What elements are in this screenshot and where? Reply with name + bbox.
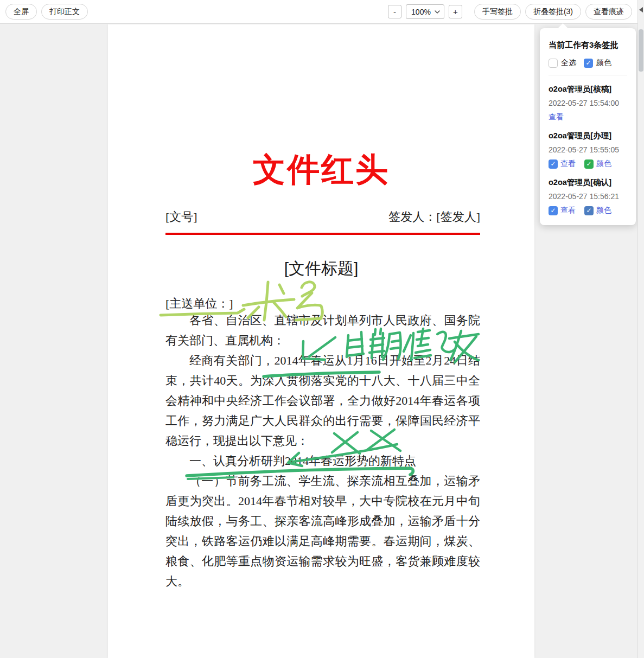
vertical-scrollbar[interactable]: [637, 0, 644, 658]
zoom-level-value: 100%: [411, 8, 431, 16]
fullscreen-button[interactable]: 全屏: [5, 4, 37, 20]
view-traces-button[interactable]: 查看痕迹: [585, 4, 632, 20]
color-checkbox[interactable]: ✓: [584, 59, 593, 68]
print-body-button[interactable]: 打印正文: [41, 4, 88, 20]
paragraph: 经商有关部门，2014年春运从1月16日开始至2月24日结束，共计40天。为深入…: [165, 350, 480, 451]
approval-time: 2022-05-27 15:56:21: [549, 192, 627, 201]
approval-entry: o2oa管理员[办理] 2022-05-27 15:55:05 ✓ 查看 ✓ 颜…: [549, 131, 627, 169]
color-link[interactable]: 颜色: [596, 159, 611, 169]
chevron-down-icon: [435, 10, 440, 14]
view-link[interactable]: 查看: [560, 159, 576, 169]
scrollbar-arrow-icon[interactable]: [639, 7, 643, 12]
view-link[interactable]: 查看: [549, 112, 564, 122]
color-checkbox[interactable]: ✓: [584, 206, 594, 215]
color-checkbox[interactable]: ✓: [584, 159, 594, 169]
approval-time: 2022-05-27 15:54:00: [549, 99, 627, 107]
panel-filter-row: 全选 ✓ 颜色: [549, 58, 627, 75]
zoom-in-button[interactable]: +: [449, 5, 462, 18]
approvals-panel: 当前工作有3条签批 全选 ✓ 颜色 o2oa管理员[核稿] 2022-05-27…: [540, 28, 636, 225]
document-red-header: 文件红头: [108, 148, 534, 192]
toolbar: 全屏 打印正文 - 100% + 手写签批 折叠签批(3) 查看痕迹: [0, 0, 644, 24]
collapse-approvals-button[interactable]: 折叠签批(3): [525, 4, 581, 20]
view-link[interactable]: 查看: [560, 206, 576, 215]
color-link[interactable]: 颜色: [596, 206, 611, 215]
toolbar-right-group: - 100% + 手写签批 折叠签批(3) 查看痕迹: [388, 4, 632, 20]
issuer-field: 签发人：[签发人]: [388, 209, 480, 225]
approver-name: o2oa管理员[核稿]: [549, 84, 627, 94]
recipient-placeholder: [主送单位：]: [165, 296, 233, 312]
select-all-label: 全选: [561, 58, 576, 68]
color-label: 颜色: [596, 58, 611, 68]
approvals-panel-title: 当前工作有3条签批: [549, 40, 627, 50]
approver-name: o2oa管理员[确认]: [549, 177, 627, 188]
document-body: 各省、自治区、直辖市及计划单列市人民政府、国务院有关部门、直属机构： 经商有关部…: [165, 310, 480, 591]
doc-number-placeholder: [文号]: [165, 209, 197, 225]
toolbar-left-group: 全屏 打印正文: [5, 4, 88, 20]
zoom-level-select[interactable]: 100%: [406, 4, 444, 19]
document-page: 文件红头 [文号] 签发人：[签发人] [文件标题] [主送单位：] 各省、自治…: [108, 24, 534, 658]
red-separator-rule: [165, 233, 480, 235]
view-checkbox[interactable]: ✓: [549, 206, 558, 215]
handwrite-sign-button[interactable]: 手写签批: [474, 4, 521, 20]
select-all-checkbox[interactable]: [549, 59, 558, 68]
approval-time: 2022-05-27 15:55:05: [549, 145, 627, 154]
approver-name: o2oa管理员[办理]: [549, 131, 627, 141]
paragraph: 各省、自治区、直辖市及计划单列市人民政府、国务院有关部门、直属机构：: [165, 310, 480, 350]
paragraph-section-heading: 一、认真分析研判2014年春运形势的新特点: [165, 451, 480, 471]
zoom-out-button[interactable]: -: [388, 5, 401, 18]
doc-number-row: [文号] 签发人：[签发人]: [165, 209, 480, 225]
paragraph: （一）节前务工流、学生流、探亲流相互叠加，运输矛盾更为突出。2014年春节相对较…: [165, 471, 480, 591]
approval-entry: o2oa管理员[确认] 2022-05-27 15:56:21 ✓ 查看 ✓ 颜…: [549, 177, 627, 215]
document-title-placeholder: [文件标题]: [108, 258, 534, 280]
view-checkbox[interactable]: ✓: [549, 159, 558, 169]
approval-entry: o2oa管理员[核稿] 2022-05-27 15:54:00 查看: [549, 84, 627, 122]
scrollbar-thumb[interactable]: [639, 29, 643, 72]
